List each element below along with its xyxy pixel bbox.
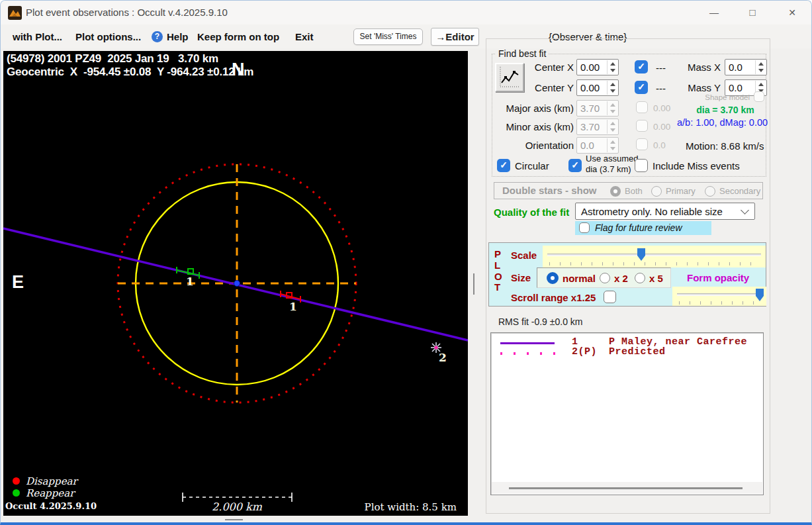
check-icon: ✓: [500, 160, 508, 170]
size-x5-radio[interactable]: [635, 273, 645, 283]
center-y-field[interactable]: 0.00: [576, 79, 619, 96]
close-icon[interactable]: ✕: [777, 3, 807, 23]
scale-bar-label: 2.000 km: [197, 501, 277, 513]
opacity-slider-track[interactable]: [677, 293, 762, 296]
menu-with-plot[interactable]: with Plot...: [13, 31, 62, 42]
mass-y-label: Mass Y: [682, 82, 721, 93]
scale-slider[interactable]: [543, 246, 766, 267]
size-normal-label: normal: [563, 273, 596, 284]
editor-button[interactable]: →Editor: [431, 28, 479, 46]
minor-axis-field: 3.70: [576, 119, 619, 135]
size-x5-label: x 5: [649, 273, 663, 284]
orientation-checkbox: [636, 138, 648, 150]
double-secondary-radio: [705, 186, 715, 197]
opacity-slider-thumb[interactable]: [756, 289, 764, 301]
east-label: E: [12, 272, 24, 293]
list-scrollbar-thumb[interactable]: [509, 487, 743, 489]
vertical-scrollbar-thumb[interactable]: [473, 273, 474, 295]
size-x2-radio[interactable]: [600, 273, 610, 283]
scale-slider-track[interactable]: [547, 254, 761, 256]
fit-center-y-checkbox[interactable]: ✓: [635, 81, 648, 94]
occultation-plot[interactable]: (54978) 2001 PZ49 2025 Jan 19 3.70 km Ge…: [3, 51, 468, 516]
include-miss-checkbox[interactable]: [635, 159, 648, 172]
scroll-range-label: Scroll range x1.25: [511, 292, 596, 303]
size-radio-group: normal x 2 x 5: [537, 267, 671, 288]
major-axis-value: 3.70: [580, 103, 600, 114]
major-axis-spinner: [607, 101, 617, 115]
list-row-desc[interactable]: Predicted: [609, 346, 666, 358]
flag-review-checkbox[interactable]: [579, 222, 590, 233]
menu-keep-on-top[interactable]: Keep form on top: [197, 31, 279, 42]
observation-list[interactable]: 1 P Maley, near Carefree 2(P) Predicted: [490, 332, 764, 495]
major-axis-field: 3.70: [576, 100, 619, 117]
menu-exit[interactable]: Exit: [295, 31, 314, 42]
help-icon[interactable]: ?: [152, 31, 163, 42]
size-normal-radio[interactable]: [547, 272, 559, 284]
scale-label: Scale: [511, 250, 537, 261]
major-axis-checkbox: [636, 101, 648, 113]
list-scrollbar-track[interactable]: [492, 482, 762, 494]
plot-panel-vertical-label: P L O T: [494, 249, 502, 293]
quality-dropdown[interactable]: Astrometry only. No reliable size: [575, 203, 755, 220]
mass-x-label: Mass X: [682, 62, 721, 73]
double-primary-radio: [651, 186, 662, 197]
include-miss-label: Include Miss events: [653, 160, 740, 171]
center-y-spinner[interactable]: [607, 81, 617, 95]
plot-width-label: Plot width: 8.5 km: [361, 501, 457, 513]
center-y-label: Center Y: [512, 82, 574, 93]
circular-checkbox[interactable]: ✓: [497, 159, 510, 172]
chord-swatch-solid: [500, 342, 555, 344]
double-both-radio: [610, 186, 621, 197]
chevron-down-icon: [741, 206, 749, 215]
north-label: N: [232, 60, 245, 80]
mass-x-field[interactable]: 0.0: [725, 59, 767, 75]
legend-disappear: Disappear: [26, 475, 77, 487]
check-icon: ✓: [637, 81, 645, 92]
orientation-check-label: 0.0: [653, 140, 666, 150]
menu-help[interactable]: Help: [167, 31, 189, 42]
scroll-range-checkbox[interactable]: [604, 291, 616, 303]
circular-label: Circular: [515, 160, 549, 171]
disappear-dot-icon: [13, 477, 20, 485]
use-assumed-dia-checkbox[interactable]: ✓: [568, 159, 582, 172]
scale-slider-ticks: [549, 262, 759, 265]
plot-title-line2: Geocentric X -954.45 ±0.08 Y -964.23 ±0.…: [7, 66, 253, 79]
ab-dmag-text: a/b: 1.00, dMag: 0.00: [677, 117, 774, 128]
check-icon: ✓: [637, 61, 645, 72]
mass-y-value: 0.0: [729, 82, 743, 93]
app-icon: [8, 6, 22, 20]
horizontal-scrollbar-thumb[interactable]: [225, 519, 243, 520]
fit-center-x-checkbox[interactable]: ✓: [635, 60, 648, 73]
chord-swatch-dotted: [500, 352, 557, 355]
flag-review-row: Flag for future review: [575, 221, 711, 235]
size-x2-label: x 2: [614, 273, 628, 284]
center-y-value: 0.00: [580, 82, 600, 93]
set-miss-times-button[interactable]: Set 'Miss' Times: [353, 28, 423, 45]
minor-axis-value: 3.70: [580, 121, 600, 132]
list-row-num[interactable]: 2(P): [572, 346, 597, 358]
center-x-field[interactable]: 0.00: [576, 59, 619, 75]
maximize-icon[interactable]: □: [737, 3, 768, 23]
shape-model-label: Shape model: [689, 93, 750, 101]
window-title: Plot event observations : Occult v.4.202…: [26, 7, 228, 18]
menu-plot-options[interactable]: Plot options...: [75, 31, 141, 42]
major-axis-check-label: 0.00: [653, 103, 670, 113]
minor-axis-check-label: 0.00: [653, 122, 670, 132]
scale-slider-thumb[interactable]: [637, 248, 645, 261]
mass-x-spinner[interactable]: [755, 60, 766, 74]
center-x-spinner[interactable]: [607, 60, 617, 74]
motion-text: Motion: 8.68 km/s: [686, 140, 764, 152]
use-assumed-dia-label: Use assumed dia (3.7 km): [586, 154, 638, 174]
double-secondary-label: Secondary: [719, 186, 760, 196]
center-x-dash: ---: [656, 62, 666, 73]
minimize-icon[interactable]: —: [699, 3, 729, 23]
opacity-slider[interactable]: [672, 287, 766, 306]
center-x-value: 0.00: [580, 62, 600, 73]
shape-model-checkbox: [754, 91, 764, 102]
legend-reappear: Reappear: [26, 487, 74, 499]
mass-x-value: 0.0: [729, 62, 743, 73]
dia-text: dia = 3.70 km: [686, 105, 765, 115]
predicted-label: 2: [439, 351, 447, 364]
minor-axis-spinner: [607, 120, 617, 134]
form-opacity-label: Form opacity: [687, 272, 749, 283]
